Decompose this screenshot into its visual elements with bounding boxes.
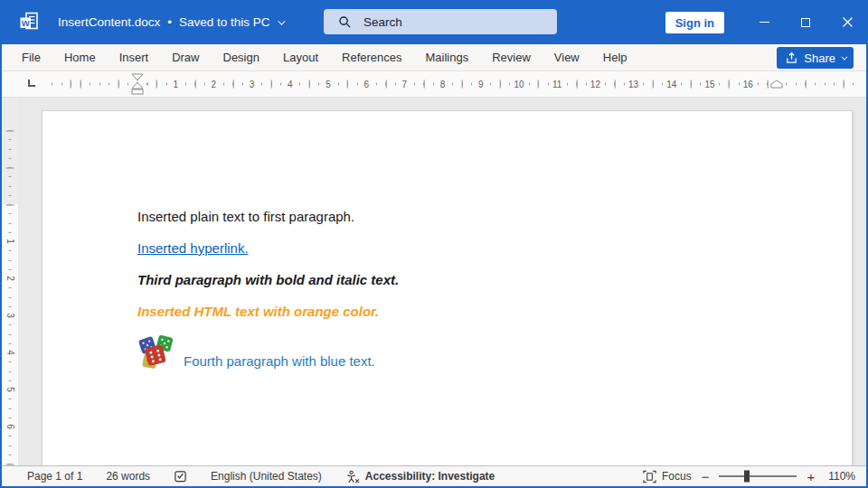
v-ruler-number: 1 — [5, 237, 15, 246]
page-number-indicator[interactable]: Page 1 of 1 — [27, 470, 82, 483]
share-button[interactable]: Share — [777, 47, 854, 69]
status-bar-left: Page 1 of 1 26 words English (United Sta… — [27, 470, 495, 483]
paragraph-blue-with-image: Fourth paragraph with blue text. — [137, 334, 797, 371]
title-separator: • — [167, 15, 172, 29]
zoom-level-indicator[interactable]: 110% — [828, 470, 855, 483]
horizontal-ruler: 12345678910111213141516 — [20, 71, 866, 97]
vertical-ruler-ticks — [6, 127, 14, 465]
h-ruler-number: 15 — [703, 80, 716, 89]
minimize-icon — [760, 22, 769, 23]
menu-tab-home[interactable]: Home — [52, 44, 108, 70]
menu-tab-review[interactable]: Review — [480, 44, 542, 70]
h-ruler-number: 12 — [589, 80, 602, 89]
close-button[interactable] — [826, 0, 868, 44]
share-chevron-icon — [841, 53, 847, 60]
zoom-slider[interactable] — [719, 475, 797, 477]
search-placeholder: Search — [363, 15, 402, 29]
h-ruler-number: 16 — [741, 80, 755, 89]
svg-text:W: W — [22, 17, 30, 27]
h-ruler-number: 9 — [476, 80, 486, 89]
menu-tab-draw[interactable]: Draw — [160, 44, 211, 70]
proofing-book-icon — [174, 470, 187, 483]
maximize-button[interactable] — [785, 0, 826, 44]
h-ruler-number: 6 — [362, 80, 371, 89]
word-app-icon: W — [18, 11, 42, 34]
h-ruler-number: 1 — [171, 80, 180, 89]
zoom-slider-handle[interactable] — [744, 471, 750, 483]
horizontal-ruler-ticks — [43, 80, 854, 89]
h-ruler-number: 14 — [665, 80, 678, 89]
h-ruler-number: 13 — [627, 80, 640, 89]
right-indent-marker[interactable] — [770, 80, 783, 89]
status-bar-right: Focus − + 110% — [643, 470, 855, 483]
page-content: Inserted plain text to first paragraph. … — [42, 111, 852, 371]
language-indicator[interactable]: English (United States) — [211, 470, 322, 483]
h-ruler-number: 8 — [439, 80, 448, 89]
focus-mode-button[interactable]: Focus — [643, 470, 692, 483]
paragraph-blue-text[interactable]: Fourth paragraph with blue text. — [184, 352, 375, 371]
accessibility-label: Accessibility: Investigate — [365, 470, 495, 483]
paragraph-plain-text[interactable]: Inserted plain text to first paragraph. — [137, 208, 797, 226]
horizontal-ruler-row: 12345678910111213141516 — [2, 71, 866, 98]
paragraph-bold-italic[interactable]: Third paragraph with bold and italic tex… — [137, 271, 797, 289]
document-title[interactable]: InsertContent.docx • Saved to this PC — [58, 15, 283, 29]
document-page[interactable]: Inserted plain text to first paragraph. … — [42, 110, 853, 465]
document-filename: InsertContent.docx — [58, 15, 160, 29]
h-ruler-number: 2 — [210, 80, 219, 89]
search-icon — [338, 15, 352, 29]
menu-tab-mailings[interactable]: Mailings — [414, 44, 481, 70]
maximize-icon — [801, 18, 810, 27]
title-bar: W InsertContent.docx • Saved to this PC … — [0, 0, 868, 44]
v-ruler-number: 2 — [5, 274, 15, 283]
focus-label: Focus — [662, 470, 692, 483]
saved-status-chevron-icon[interactable] — [278, 17, 285, 24]
proofing-status[interactable] — [174, 470, 187, 483]
word-window: W InsertContent.docx • Saved to this PC … — [0, 0, 868, 488]
menu-tab-design[interactable]: Design — [212, 44, 271, 70]
accessibility-checker[interactable]: Accessibility: Investigate — [345, 470, 495, 483]
h-ruler-number: 4 — [286, 80, 295, 89]
menu-tab-view[interactable]: View — [542, 44, 591, 70]
share-icon — [785, 52, 798, 64]
search-box[interactable]: Search — [324, 9, 557, 34]
menu-tab-help[interactable]: Help — [591, 44, 639, 70]
sign-in-button[interactable]: Sign in — [665, 12, 724, 33]
v-ruler-number: 5 — [5, 385, 15, 394]
window-controls — [743, 0, 868, 44]
menu-tab-insert[interactable]: Insert — [108, 44, 161, 70]
v-ruler-number: 6 — [5, 422, 15, 431]
h-ruler-number: 3 — [248, 80, 257, 89]
menu-tab-layout[interactable]: Layout — [271, 44, 330, 70]
zoom-in-button[interactable]: + — [807, 470, 815, 483]
close-icon — [842, 16, 854, 28]
menu-tab-references[interactable]: References — [330, 44, 413, 70]
h-ruler-number: 10 — [512, 80, 525, 89]
minimize-button[interactable] — [743, 0, 785, 44]
share-label: Share — [804, 52, 835, 65]
paragraph-orange-text[interactable]: Inserted HTML text with orange color. — [137, 303, 797, 321]
ribbon-tab-bar: File Home Insert Draw Design Layout Refe… — [2, 44, 866, 71]
h-ruler-number: 11 — [551, 80, 563, 89]
document-canvas: Inserted plain text to first paragraph. … — [18, 98, 866, 465]
h-ruler-number: 7 — [401, 80, 410, 89]
left-indent-marker[interactable] — [131, 73, 144, 95]
accessibility-icon — [345, 470, 360, 483]
content-area: 123456 Inserted plain text to first para… — [2, 98, 866, 465]
vertical-ruler: 123456 — [2, 98, 18, 465]
dice-image[interactable] — [137, 334, 175, 371]
focus-icon — [643, 470, 656, 483]
zoom-out-button[interactable]: − — [702, 470, 710, 483]
status-bar: Page 1 of 1 26 words English (United Sta… — [2, 465, 866, 486]
v-ruler-number: 3 — [5, 311, 15, 320]
v-ruler-number: 4 — [5, 348, 15, 357]
paragraph-hyperlink[interactable]: Inserted hyperlink. — [137, 239, 797, 258]
h-ruler-number: 5 — [324, 80, 333, 89]
word-count-indicator[interactable]: 26 words — [106, 470, 150, 483]
saved-status: Saved to this PC — [179, 15, 270, 29]
menu-tab-file[interactable]: File — [10, 44, 52, 70]
